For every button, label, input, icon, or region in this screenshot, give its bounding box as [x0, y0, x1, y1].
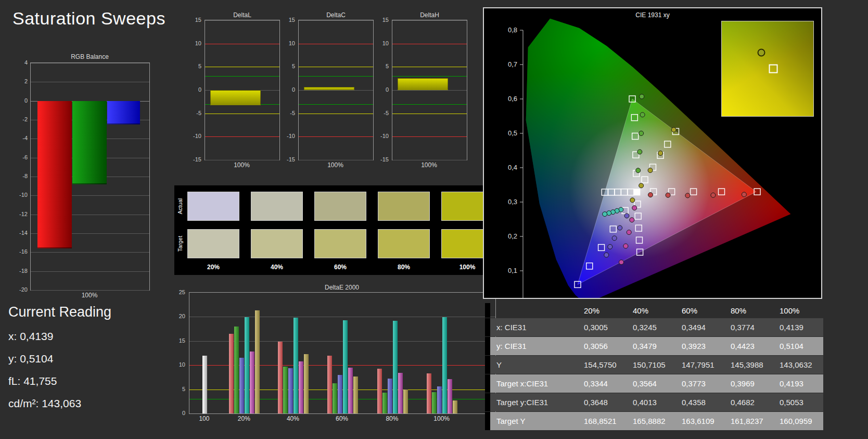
deltae-bar-cyan	[245, 317, 249, 413]
table-cell: 161,8237	[725, 412, 774, 430]
deltae-x-label: 100%	[426, 415, 457, 422]
axis-tick-label: 5	[386, 63, 389, 69]
table-cell: 0,4358	[676, 393, 725, 411]
svg-text:0,4: 0,4	[508, 164, 517, 171]
delta-c-x-label: 100%	[298, 161, 373, 169]
axis-tick-label: -15	[193, 156, 201, 162]
table-cell: 0,3056	[579, 337, 628, 355]
table-edge-strip	[485, 337, 490, 355]
reference-line	[205, 67, 279, 67]
rgb-bar-blue	[107, 101, 140, 125]
reference-line	[299, 104, 373, 105]
measured-point	[711, 193, 716, 197]
table-corner-cell	[490, 303, 579, 318]
table-edge-strip	[485, 303, 490, 318]
table-cell: 0,3479	[628, 337, 676, 355]
delta-bar	[210, 90, 261, 105]
table-edge-strip	[485, 374, 490, 393]
measured-point	[666, 193, 670, 197]
deltae-x-label: 20%	[228, 415, 260, 422]
measured-point	[630, 218, 634, 222]
table-cell: 0,4013	[628, 393, 676, 411]
axis-tick-label: -10	[193, 133, 201, 139]
current-reading-heading: Current Reading	[8, 304, 111, 320]
table-row-label: y: CIE31	[490, 337, 579, 355]
table-edge-strip	[485, 412, 490, 430]
swatch-panel: Actual Target 20%40%60%80%100%	[174, 185, 497, 275]
current-reading: Current Reading x: 0,4139 y: 0,5104 fL: …	[8, 304, 111, 410]
table-cell: 147,7951	[676, 356, 725, 374]
gridline	[299, 20, 373, 21]
delta-h-y-axis: 151050-5-10-15	[377, 20, 391, 159]
delta-h-chart: DeltaH 151050-5-10-15 100%	[377, 11, 468, 169]
target-swatch	[378, 229, 430, 258]
deltae-x-label: 80%	[376, 415, 407, 422]
delta-e-chart: DeltaE 2000 0510152025 10020%40%60%80%10…	[174, 284, 497, 435]
measured-point	[637, 149, 642, 154]
measured-point	[640, 112, 645, 117]
reference-line	[299, 76, 373, 77]
measured-point	[639, 131, 644, 136]
axis-tick-label: -14	[19, 230, 28, 236]
actual-swatch	[378, 192, 430, 221]
axis-tick-label: -20	[19, 286, 28, 293]
table-cell: 0,5104	[774, 337, 823, 355]
table-cell: 0,4139	[774, 318, 823, 336]
axis-tick-label: -18	[19, 268, 28, 274]
table-cell: 0,3969	[725, 374, 774, 393]
actual-row-label: Actual	[174, 192, 186, 221]
table-row: Target x:CIE310,33440,35640,37730,39690,…	[485, 374, 823, 393]
axis-tick-label: 0	[386, 86, 389, 93]
gridline	[31, 82, 149, 82]
current-reading-x: x: 0,4139	[8, 330, 111, 343]
axis-tick-label: 15	[195, 17, 201, 23]
deltae-bar-group	[324, 293, 361, 413]
table-cell: 0,3774	[725, 318, 774, 336]
deltae-bar-yellow	[304, 354, 309, 413]
axis-tick-label: 10	[382, 40, 389, 46]
table-row-label: Target y:CIE31	[490, 393, 579, 411]
target-row-label-text: Target	[177, 236, 183, 252]
measured-point	[619, 260, 624, 265]
table-cell: 0,4193	[774, 374, 823, 393]
saturation-column-label: 20%	[187, 264, 239, 271]
deltae-bar-blue	[288, 368, 293, 413]
delta-c-plot	[298, 20, 374, 160]
axis-tick-label: 5	[182, 386, 185, 392]
deltae-bar-green	[333, 383, 337, 413]
target-swatch	[314, 229, 366, 258]
deltae-bar-magenta	[398, 373, 403, 413]
axis-tick-label: 0	[198, 86, 201, 93]
gridline	[31, 63, 149, 64]
deltae-bar-yellow	[403, 390, 408, 413]
axis-tick-label: 2	[24, 78, 28, 84]
actual-swatch	[251, 192, 303, 221]
measured-point	[608, 244, 612, 249]
axis-tick-label: 0	[292, 86, 295, 93]
svg-text:0,8: 0,8	[508, 26, 517, 34]
gridline	[392, 20, 467, 21]
deltae-bar-magenta	[348, 368, 353, 413]
axis-tick-label: -10	[380, 133, 389, 139]
table-cell: 160,0959	[774, 412, 823, 430]
deltae-bar-magenta	[448, 379, 452, 413]
target-row-label: Target	[174, 229, 186, 258]
deltae-bar-blue	[388, 379, 392, 413]
deltae-bar-blue	[239, 358, 244, 413]
deltae-bar-red	[229, 334, 234, 413]
axis-tick-label: -2	[22, 116, 28, 122]
measurement-table: 20%40%60%80%100%x: CIE310,30050,32450,34…	[485, 303, 823, 431]
current-reading-fl: fL: 41,755	[8, 375, 111, 387]
axis-tick-label: 20	[179, 313, 185, 319]
table-cell: 0,3494	[676, 318, 725, 336]
deltae-bar-group	[186, 293, 223, 413]
gridline	[392, 160, 467, 160]
saturation-column-label: 40%	[251, 264, 303, 271]
table-cell: 0,3005	[579, 318, 628, 336]
measured-point	[648, 168, 653, 173]
gridline	[31, 252, 149, 253]
saturation-column-label: 60%	[314, 264, 366, 271]
deltae-bar-green	[382, 393, 387, 413]
inset-target-square	[769, 65, 777, 73]
table-row-label: Y	[490, 356, 579, 374]
